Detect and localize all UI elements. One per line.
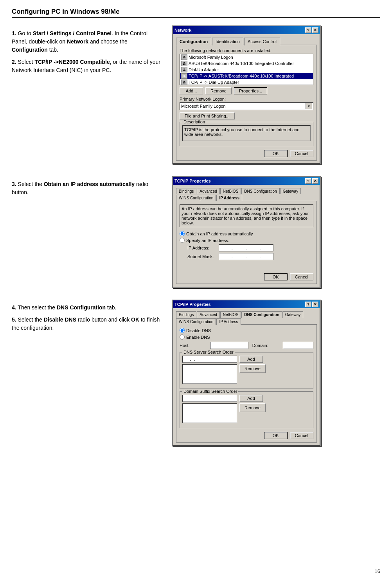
tab-gateway[interactable]: Gateway [280,188,301,194]
ok-btn-network[interactable]: OK [264,150,288,157]
help-btn-3[interactable]: ? [305,302,311,307]
step-4: 4. Then select the DNS Configuration tab… [12,304,160,312]
network-btn-row: Add... Remove Properties... [180,87,313,94]
net-icon: 🖧 [181,67,187,72]
section-1-row: 1. Go to Start / Settings / Control Pane… [12,25,380,164]
tab-netbios[interactable]: NetBIOS [220,188,241,194]
tcpip-tabs-2: Bindings Advanced NetBIOS DNS Configurat… [176,311,317,325]
tab-identification[interactable]: Identification [212,38,243,45]
tab-configuration[interactable]: Configuration [176,38,211,45]
step-3-num: 3. [12,181,16,187]
ip-panel: An IP address can be automatically assig… [176,201,317,284]
tab-access-control[interactable]: Access Control [244,38,280,45]
dns-remove-btn[interactable]: Remove [239,364,266,373]
primary-logon-label: Primary Network Logon: [180,97,313,101]
network-dialog-titlebar: Network ? ✕ [173,26,320,34]
dns-list-row: Remove [182,364,311,386]
radio-auto-ip[interactable]: Obtain an IP address automatically [180,231,313,236]
file-sharing-row: File and Print Sharing... [180,112,313,119]
dns-add-btn[interactable]: Add [239,356,263,363]
domain-suffix-remove-btn[interactable]: Remove [239,403,266,412]
ok-btn-dns[interactable]: OK [264,432,288,439]
radio-disable-dns[interactable]: Disable DNS [180,328,313,333]
primary-logon-value: Microsoft Family Logon [181,104,226,108]
network-dialog-title: Network [174,28,191,33]
ip-address-field[interactable]: . . . [219,244,273,251]
cancel-btn-network[interactable]: Cancel [290,150,313,157]
list-item-tcpip-asus[interactable]: 🖧 TCP/IP -> ASUSTeK/Broadcom 440x 10/100… [180,73,313,79]
tab-bindings-2[interactable]: Bindings [176,311,196,318]
tab-dns-config[interactable]: DNS Configuration [241,188,279,194]
tcpip-body-1: Bindings Advanced NetBIOS DNS Configurat… [173,185,320,287]
close-btn-2[interactable]: ✕ [312,178,318,184]
network-tabs: Configuration Identification Access Cont… [176,37,317,45]
list-item-dialup[interactable]: 🖧 Dial-Up Adapter [180,67,313,73]
tab-wins[interactable]: WINS Configuration [176,195,216,201]
radio-specify-ip[interactable]: Specify an IP address: [180,238,313,243]
list-item-family-logon[interactable]: 🖧 Microsoft Family Logon [180,54,313,60]
help-btn-2[interactable]: ? [305,178,311,184]
close-btn-3[interactable]: ✕ [312,302,318,307]
section-2-text: 3. Select the Obtain an IP address autom… [12,176,160,201]
tab-ip-address[interactable]: IP Address [216,195,242,201]
tab-netbios-2[interactable]: NetBIOS [220,311,241,318]
tab-ip-address-2[interactable]: IP Address [216,318,241,325]
radio-disable-dns-input[interactable] [180,328,185,333]
net-icon: 🖧 [181,61,187,66]
titlebar-btns-3: ? ✕ [305,302,318,307]
step-2-num: 2. [12,59,16,65]
radio-specify-ip-input[interactable] [180,238,185,243]
cancel-btn-dns[interactable]: Cancel [290,432,313,439]
tcpip-tabs-1: Bindings Advanced NetBIOS DNS Configurat… [176,188,317,201]
file-sharing-btn[interactable]: File and Print Sharing... [180,112,235,119]
ip-address-row: IP Address: . . . [187,244,313,251]
net-icon-selected: 🖧 [181,73,187,79]
ip-info-text: An IP address can be automatically assig… [180,204,313,227]
list-item-label-selected: TCP/IP -> ASUSTeK/Broadcom 440x 10/100 I… [189,74,294,78]
list-item-tcpip-dialup[interactable]: 🖧 TCP/IP -> Dial-Up Adapter [180,79,313,85]
tcpip-titlebar-2: TCP/IP Properties ? ✕ [173,300,320,308]
domain-suffix-group: Domain Suffix Search Order Add Remove [180,391,313,428]
primary-logon-combo[interactable]: Microsoft Family Logon ▼ [180,102,313,110]
description-text: TCP/IP is the protocol you use to connec… [182,125,311,141]
dns-server-list[interactable] [182,364,237,384]
add-btn[interactable]: Add... [180,87,203,94]
list-item-asus[interactable]: 🖧 ASUSTeK/Broadcom 440x 10/100 Integrate… [180,60,313,67]
content-area: 1. Go to Start / Settings / Control Pane… [12,25,380,446]
list-item-label: TCP/IP -> Dial-Up Adapter [189,80,239,85]
network-bottom-btns: OK Cancel [180,148,313,157]
list-item-label: ASUSTeK/Broadcom 440x 10/100 Integrated … [189,61,294,66]
subnet-mask-field[interactable]: . . . [219,253,273,260]
tab-advanced[interactable]: Advanced [197,188,219,194]
close-btn[interactable]: ✕ [312,27,318,33]
domain-suffix-field[interactable] [182,395,237,402]
tcpip-dialog-2: TCP/IP Properties ? ✕ Bindings Advanced … [172,300,321,446]
network-listbox[interactable]: 🖧 Microsoft Family Logon 🖧 ASUSTeK/Broad… [180,54,313,85]
properties-btn[interactable]: Properties... [234,87,267,94]
cancel-btn-ip[interactable]: Cancel [290,273,313,280]
remove-btn[interactable]: Remove [205,87,232,94]
net-icon: 🖧 [181,54,187,60]
radio-enable-dns-input[interactable] [180,334,185,340]
domain-suffix-list[interactable] [182,403,237,423]
host-field[interactable] [210,342,248,349]
domain-field[interactable] [283,342,313,349]
radio-auto-ip-input[interactable] [180,231,185,236]
tab-bindings[interactable]: Bindings [176,188,196,194]
tab-dns-config-2[interactable]: DNS Configuration [241,311,282,318]
domain-suffix-label: Domain Suffix Search Order [182,389,238,394]
ok-btn-ip[interactable]: OK [264,273,288,280]
page-title: Configuring PC in Windows 98/Me [12,8,380,18]
tab-gateway-2[interactable]: Gateway [282,311,303,318]
tcpip-body-2: Bindings Advanced NetBIOS DNS Configurat… [173,308,320,446]
combo-arrow: ▼ [306,103,312,109]
tab-advanced-2[interactable]: Advanced [197,311,219,318]
description-group: Description TCP/IP is the protocol you u… [180,122,313,146]
page-number: 16 [375,568,380,574]
domain-suffix-add-btn[interactable]: Add [239,395,263,402]
radio-enable-dns[interactable]: Enable DNS [180,334,313,340]
tab-wins-2[interactable]: WINS Configuration [176,318,216,325]
help-btn[interactable]: ? [305,27,311,33]
dns-server-field[interactable]: . . . [182,356,237,363]
domain-suffix-list-row: Remove [182,403,311,425]
